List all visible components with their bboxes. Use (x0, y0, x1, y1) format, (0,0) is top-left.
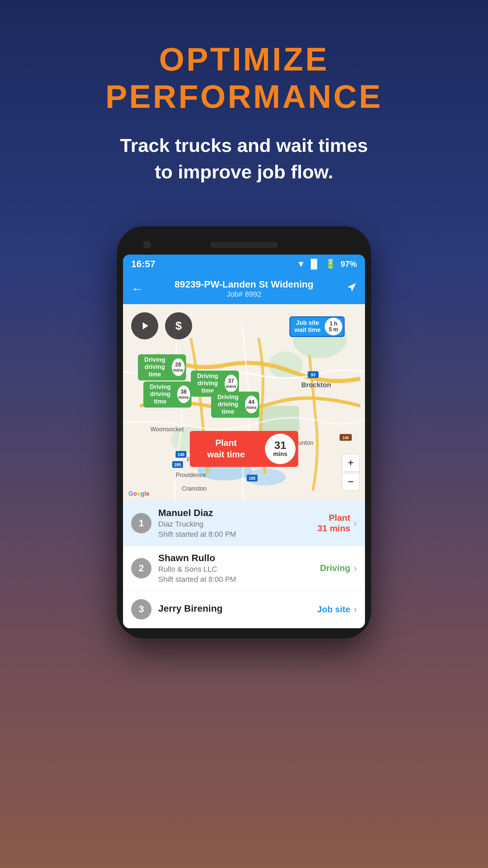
driver-name-3: Jerry Birening (158, 603, 317, 614)
phone-frame: 16:57 ▾ ▐▌ 🔋 97% ← 89239-PW-Landen St Wi… (117, 226, 371, 638)
list-item[interactable]: 3 Jerry Birening Job site › (123, 591, 365, 628)
svg-text:146: 146 (178, 452, 184, 457)
job-site-badge: Job site wait time 1 h 5 m (289, 316, 345, 337)
driver-shift-1: Shift started at 8:00 PM (158, 530, 318, 539)
badge-4-num: 44 (248, 399, 255, 405)
badge-3-line2: driving time (147, 391, 173, 405)
badge-1-line1: Driving (142, 356, 168, 364)
driver-company-1: Diaz Trucking (158, 520, 318, 529)
job-site-label-2: wait time (294, 327, 321, 334)
wifi-icon: ▾ (299, 259, 303, 269)
plant-time-num: 31 (274, 440, 286, 451)
badge-4-unit: mins (246, 405, 257, 410)
badge-1-line2: driving time (142, 363, 168, 378)
badge-2-num: 37 (228, 378, 234, 384)
plant-time-unit: mins (273, 451, 287, 458)
map-play-button[interactable] (131, 312, 158, 339)
svg-text:Brockton: Brockton (301, 381, 331, 389)
header-text: 89239-PW-Landen St Widening Job# 8992 (175, 279, 313, 299)
svg-text:Providence: Providence (176, 472, 206, 478)
header-title: 89239-PW-Landen St Widening (175, 279, 313, 290)
phone-camera (143, 241, 151, 249)
driver-status-plant: Plant 31 mins (318, 513, 350, 534)
dollar-sign: $ (176, 319, 182, 332)
list-item[interactable]: 2 Shawn Rullo Rullo & Sons LLC Shift sta… (123, 546, 365, 591)
svg-text:Cranston: Cranston (182, 485, 206, 492)
driver-status-jobsite: Job site (317, 604, 350, 615)
zoom-out-button[interactable]: − (342, 473, 360, 491)
map-zoom-controls: + − (342, 454, 360, 491)
job-site-label-1: Job site (294, 319, 321, 327)
phone-screen: 16:57 ▾ ▐▌ 🔋 97% ← 89239-PW-Landen St Wi… (123, 255, 365, 628)
chevron-icon-2: › (354, 563, 357, 574)
job-site-hours: 1 h (329, 321, 337, 327)
driver-shift-2: Shift started at 8:00 PM (158, 575, 320, 584)
badge-4-time: 44 mins (245, 396, 258, 413)
map-dollar-button[interactable]: $ (165, 312, 192, 339)
driver-status-2: Driving (320, 563, 350, 573)
map-background: 93 146 295 44 195 140 Brockton Woonsoc (123, 304, 365, 501)
map-container: 93 146 295 44 195 140 Brockton Woonsoc (123, 304, 365, 501)
plant-label-1: Plant (193, 437, 259, 449)
subtitle-line1: Track trucks and wait times (120, 135, 368, 156)
svg-rect-3 (259, 406, 299, 433)
header-subtitle: Job# 8992 (175, 290, 313, 299)
badge-3-unit: mins (179, 395, 189, 400)
hero-subtitle: Track trucks and wait times to improve j… (20, 132, 468, 185)
google-logo: Google (128, 490, 149, 497)
svg-text:93: 93 (311, 373, 316, 377)
status-right: ▾ ▐▌ 🔋 97% (299, 259, 357, 269)
phone-top-bar (123, 236, 365, 255)
driver-name-1: Manuel Diaz (158, 508, 318, 518)
plant-label: Plant wait time (190, 433, 262, 465)
driver-status-1: Plant 31 mins (318, 513, 350, 534)
driver-name-2: Shawn Rullo (158, 553, 320, 564)
hero-title: OPTIMIZE PERFORMANCE (20, 41, 468, 115)
driver-info-1: Manuel Diaz Diaz Trucking Shift started … (158, 508, 318, 539)
badge-1-num: 28 (175, 362, 181, 368)
badge-1-time: 28 mins (172, 358, 185, 376)
driver-status-driving: Driving (320, 563, 350, 573)
subtitle-line2: to improve job flow. (155, 161, 333, 182)
driver-list: 1 Manuel Diaz Diaz Trucking Shift starte… (123, 501, 365, 628)
job-site-label: Job site wait time (290, 317, 325, 336)
badge-label-3: Driving driving time (143, 381, 177, 408)
job-site-mins: 5 m (329, 327, 338, 333)
signal-icon: ▐▌ (308, 259, 320, 269)
badge-1-unit: mins (173, 368, 183, 373)
status-bar: 16:57 ▾ ▐▌ 🔋 97% (123, 255, 365, 274)
driver-info-3: Jerry Birening (158, 603, 317, 615)
battery-icon: 🔋 (325, 259, 336, 269)
notification-icon[interactable] (346, 282, 357, 296)
plant-wait-badge: Plant wait time 31 mins (190, 431, 298, 467)
hero-section: OPTIMIZE PERFORMANCE Track trucks and wa… (0, 0, 488, 206)
badge-2-unit: mins (226, 384, 236, 389)
phone-speaker (210, 242, 278, 248)
badge-4-line2: driving time (215, 401, 241, 415)
status-time: 16:57 (131, 259, 156, 270)
list-item[interactable]: 1 Manuel Diaz Diaz Trucking Shift starte… (123, 501, 365, 546)
driver-number-2: 2 (131, 558, 151, 578)
driver-status-3: Job site (317, 604, 350, 615)
chevron-icon-1: › (354, 518, 357, 529)
chevron-icon-3: › (354, 604, 357, 615)
battery-percent: 97% (341, 259, 357, 269)
job-site-time: 1 h 5 m (325, 318, 342, 335)
driver-company-2: Rullo & Sons LLC (158, 565, 320, 574)
plant-time-circle: 31 mins (265, 434, 296, 464)
badge-3-line1: Driving (147, 383, 173, 391)
badge-label-4: Driving driving time (211, 392, 245, 418)
svg-text:140: 140 (343, 436, 349, 440)
zoom-in-button[interactable]: + (342, 454, 360, 472)
svg-text:195: 195 (249, 476, 256, 481)
badge-3-num: 38 (181, 389, 187, 395)
badge-label-1: Driving driving time (138, 354, 172, 380)
badge-2-line1: Driving (195, 373, 221, 380)
plant-label-2: wait time (193, 449, 259, 460)
driver-number-3: 3 (131, 599, 151, 619)
driver-info-2: Shawn Rullo Rullo & Sons LLC Shift start… (158, 553, 320, 584)
badge-4-line1: Driving (215, 394, 241, 401)
badge-2-time: 37 mins (225, 375, 238, 392)
back-button[interactable]: ← (131, 282, 143, 296)
svg-text:Woonsocket: Woonsocket (150, 426, 184, 433)
